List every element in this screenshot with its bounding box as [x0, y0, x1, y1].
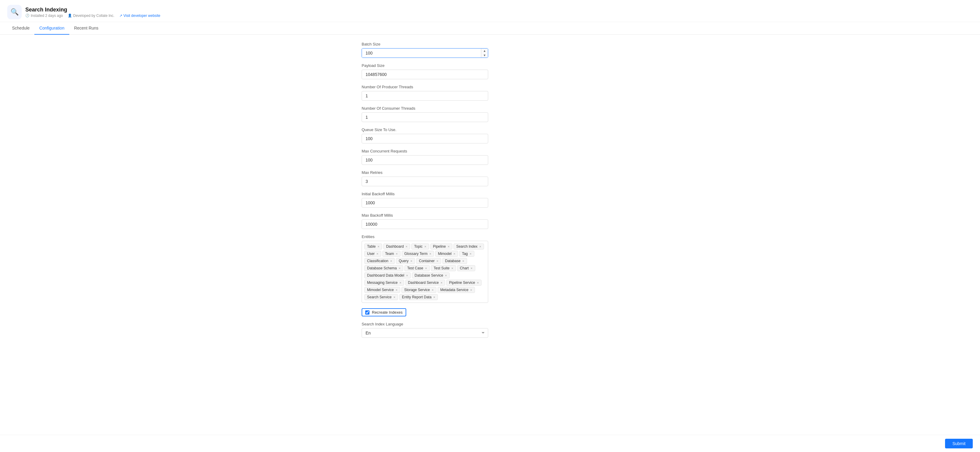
entity-tag: Database Service×	[412, 272, 450, 279]
consumer-threads-input[interactable]	[362, 112, 488, 122]
entity-tag-remove[interactable]: ×	[470, 288, 472, 292]
initial-backoff-input[interactable]	[362, 198, 488, 208]
entity-tag-remove[interactable]: ×	[376, 252, 378, 256]
entity-tag-label: Search Index	[456, 244, 478, 248]
entity-tag-remove[interactable]: ×	[430, 252, 431, 256]
entity-tag-label: Pipeline	[433, 244, 446, 248]
batch-size-increment[interactable]: ▲	[481, 49, 488, 53]
entity-tag: Dashboard Service×	[405, 280, 445, 286]
entities-box[interactable]: Table×Dashboard×Topic×Pipeline×Search In…	[362, 241, 488, 303]
payload-size-label: Payload Size	[362, 63, 618, 68]
entities-label: Entities	[362, 234, 618, 239]
entity-tag-label: Dashboard	[386, 244, 404, 248]
tab-configuration[interactable]: Configuration	[34, 22, 69, 35]
dev-link[interactable]: ↗ Visit developer website	[119, 14, 161, 18]
app-icon: 🔍	[7, 5, 22, 19]
entity-tag-remove[interactable]: ×	[469, 252, 471, 256]
initial-backoff-label: Initial Backoff Millis	[362, 192, 618, 196]
recreate-indexes-checkbox[interactable]	[365, 310, 369, 315]
tab-recent-runs[interactable]: Recent Runs	[69, 22, 103, 35]
entity-tag-remove[interactable]: ×	[393, 295, 395, 299]
entity-tag-remove[interactable]: ×	[445, 274, 447, 277]
entity-tag-remove[interactable]: ×	[441, 281, 442, 285]
max-backoff-input[interactable]	[362, 220, 488, 229]
clock-icon: 🕐	[25, 14, 30, 18]
entity-tag-remove[interactable]: ×	[390, 259, 392, 263]
entity-tag-label: Mimodel Service	[367, 288, 394, 292]
payload-size-input[interactable]	[362, 70, 488, 79]
entity-tag-remove[interactable]: ×	[406, 245, 407, 248]
entity-tag-remove[interactable]: ×	[452, 266, 453, 270]
entity-tag: Chart×	[457, 265, 475, 271]
entity-tag-remove[interactable]: ×	[399, 281, 401, 285]
batch-size-group: Batch Size ▲ ▼	[362, 42, 618, 58]
entity-tag-label: Topic	[414, 244, 423, 248]
entity-tag-label: Tag	[462, 251, 468, 256]
app-meta: 🕐 Installed 2 days ago 👤 Developed by Co…	[25, 14, 160, 18]
entity-tag-remove[interactable]: ×	[447, 245, 449, 248]
entity-tag-remove[interactable]: ×	[432, 288, 434, 292]
recreate-indexes-box[interactable]: Recreate Indexes	[362, 308, 406, 317]
external-link-icon: ↗	[119, 14, 123, 18]
nav-tabs: Schedule Configuration Recent Runs	[0, 22, 980, 35]
entity-tag: Pipeline Service×	[446, 280, 481, 286]
entity-tag-label: Team	[385, 251, 394, 256]
producer-threads-label: Number Of Producer Threads	[362, 85, 618, 89]
entity-tag-label: Glossary Term	[404, 251, 428, 256]
entity-tag: Query×	[396, 258, 415, 264]
entity-tag-remove[interactable]: ×	[462, 259, 464, 263]
entity-tag: Dashboard×	[383, 244, 410, 250]
batch-size-spinner-btns: ▲ ▼	[481, 49, 488, 57]
entity-tag: Glossary Term×	[402, 251, 434, 257]
app-title: Search Indexing	[25, 6, 160, 13]
entity-tag-remove[interactable]: ×	[399, 266, 401, 270]
entity-tag-remove[interactable]: ×	[410, 259, 412, 263]
entity-tag-remove[interactable]: ×	[378, 245, 379, 248]
entity-tag-label: Table	[367, 244, 376, 248]
entity-tag: Entity Report Data×	[399, 294, 438, 300]
entity-tag-remove[interactable]: ×	[453, 252, 455, 256]
entity-tag: Dashboard Data Model×	[364, 272, 411, 279]
entity-tag-label: Storage Service	[404, 288, 430, 292]
max-retries-input[interactable]	[362, 177, 488, 186]
search-language-select[interactable]: En Fr De Es Zh	[362, 328, 488, 338]
producer-threads-input[interactable]	[362, 91, 488, 101]
entity-tag-label: User	[367, 251, 375, 256]
consumer-threads-group: Number Of Consumer Threads	[362, 106, 618, 122]
entity-tag-remove[interactable]: ×	[424, 245, 426, 248]
batch-size-input[interactable]	[362, 49, 481, 57]
batch-size-spinner[interactable]: ▲ ▼	[362, 48, 488, 58]
entity-tag: Metadata Service×	[438, 287, 475, 293]
entity-tag-remove[interactable]: ×	[425, 266, 427, 270]
tab-schedule[interactable]: Schedule	[7, 22, 34, 35]
queue-size-input[interactable]	[362, 134, 488, 143]
entity-tag-label: Entity Report Data	[402, 295, 431, 299]
entity-tag-remove[interactable]: ×	[436, 259, 438, 263]
entity-tag: Database Schema×	[364, 265, 403, 271]
entity-tag-label: Database Schema	[367, 266, 397, 270]
entity-tag: Mimodel Service×	[364, 287, 400, 293]
entity-tag-label: Dashboard Data Model	[367, 273, 404, 277]
entity-tag: Test Suite×	[431, 265, 456, 271]
entity-tag: Tag×	[459, 251, 474, 257]
entity-tag-label: Metadata Service	[440, 288, 468, 292]
entity-tag-label: Chart	[460, 266, 469, 270]
entity-tag-remove[interactable]: ×	[433, 295, 435, 299]
entity-tag-label: Database Service	[415, 273, 443, 277]
search-language-label: Search Index Language	[362, 322, 618, 326]
max-concurrent-input[interactable]	[362, 155, 488, 165]
entity-tag-remove[interactable]: ×	[396, 252, 398, 256]
entity-tag-remove[interactable]: ×	[396, 288, 398, 292]
entity-tag: User×	[364, 251, 381, 257]
entities-group: Entities Table×Dashboard×Topic×Pipeline×…	[362, 234, 618, 303]
main-content: Batch Size ▲ ▼ Payload Size Number Of Pr…	[355, 35, 625, 350]
entity-tag-remove[interactable]: ×	[477, 281, 479, 285]
entity-tag: Team×	[382, 251, 401, 257]
entity-tag-remove[interactable]: ×	[471, 266, 472, 270]
search-language-group: Search Index Language En Fr De Es Zh	[362, 322, 618, 338]
batch-size-decrement[interactable]: ▼	[481, 53, 488, 57]
entity-tag-remove[interactable]: ×	[479, 245, 481, 248]
app-title-block: Search Indexing 🕐 Installed 2 days ago 👤…	[25, 6, 160, 18]
entity-tag-label: Mimodel	[438, 251, 452, 256]
entity-tag-remove[interactable]: ×	[406, 274, 408, 277]
